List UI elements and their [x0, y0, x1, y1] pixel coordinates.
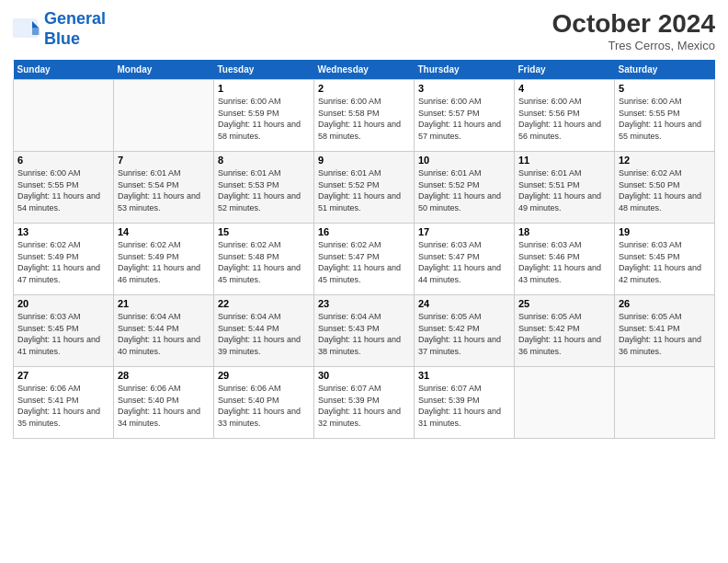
day-number: 21: [118, 298, 210, 309]
day-info: Sunrise: 6:00 AM Sunset: 5:55 PM Dayligh…: [619, 96, 711, 142]
weekday-header: Tuesday: [214, 60, 314, 80]
day-info: Sunrise: 6:01 AM Sunset: 5:52 PM Dayligh…: [318, 167, 410, 213]
day-info: Sunrise: 6:00 AM Sunset: 5:59 PM Dayligh…: [218, 96, 310, 142]
day-number: 4: [518, 83, 610, 94]
day-info: Sunrise: 6:02 AM Sunset: 5:48 PM Dayligh…: [218, 239, 310, 285]
calendar-cell: 18Sunrise: 6:03 AM Sunset: 5:46 PM Dayli…: [515, 224, 615, 295]
location: Tres Cerros, Mexico: [552, 39, 715, 52]
day-number: 19: [619, 226, 711, 237]
day-info: Sunrise: 6:01 AM Sunset: 5:51 PM Dayligh…: [518, 167, 610, 213]
day-number: 24: [418, 298, 510, 309]
calendar-cell: 2Sunrise: 6:00 AM Sunset: 5:58 PM Daylig…: [314, 80, 415, 152]
weekday-header: Saturday: [615, 60, 715, 80]
calendar-cell: 25Sunrise: 6:05 AM Sunset: 5:42 PM Dayli…: [515, 295, 615, 367]
logo-text: General Blue: [44, 9, 106, 49]
calendar-cell: [615, 367, 715, 439]
day-info: Sunrise: 6:05 AM Sunset: 5:42 PM Dayligh…: [418, 311, 510, 357]
day-info: Sunrise: 6:02 AM Sunset: 5:49 PM Dayligh…: [118, 239, 210, 285]
day-number: 12: [619, 155, 711, 166]
month-title: October 2024: [552, 9, 715, 39]
calendar-cell: 16Sunrise: 6:02 AM Sunset: 5:47 PM Dayli…: [314, 224, 415, 295]
calendar-cell: [114, 80, 214, 152]
day-info: Sunrise: 6:00 AM Sunset: 5:55 PM Dayligh…: [17, 167, 109, 213]
page-container: General Blue October 2024 Tres Cerros, M…: [0, 0, 728, 448]
day-number: 20: [17, 298, 109, 309]
day-info: Sunrise: 6:03 AM Sunset: 5:46 PM Dayligh…: [518, 239, 610, 285]
calendar-cell: 23Sunrise: 6:04 AM Sunset: 5:43 PM Dayli…: [314, 295, 415, 367]
day-info: Sunrise: 6:03 AM Sunset: 5:45 PM Dayligh…: [17, 311, 109, 357]
day-number: 23: [318, 298, 410, 309]
day-info: Sunrise: 6:04 AM Sunset: 5:44 PM Dayligh…: [218, 311, 310, 357]
logo: General Blue: [13, 9, 106, 49]
day-number: 11: [518, 155, 610, 166]
calendar-cell: 1Sunrise: 6:00 AM Sunset: 5:59 PM Daylig…: [214, 80, 314, 152]
calendar-cell: 4Sunrise: 6:00 AM Sunset: 5:56 PM Daylig…: [515, 80, 615, 152]
calendar-week-row: 13Sunrise: 6:02 AM Sunset: 5:49 PM Dayli…: [14, 224, 715, 295]
day-info: Sunrise: 6:06 AM Sunset: 5:40 PM Dayligh…: [218, 383, 310, 429]
page-header: General Blue October 2024 Tres Cerros, M…: [13, 9, 715, 52]
day-info: Sunrise: 6:06 AM Sunset: 5:40 PM Dayligh…: [118, 383, 210, 429]
weekday-header: Thursday: [415, 60, 515, 80]
weekday-header-row: SundayMondayTuesdayWednesdayThursdayFrid…: [14, 60, 715, 80]
day-info: Sunrise: 6:05 AM Sunset: 5:42 PM Dayligh…: [518, 311, 610, 357]
calendar-cell: 15Sunrise: 6:02 AM Sunset: 5:48 PM Dayli…: [214, 224, 314, 295]
day-info: Sunrise: 6:05 AM Sunset: 5:41 PM Dayligh…: [619, 311, 711, 357]
day-info: Sunrise: 6:06 AM Sunset: 5:41 PM Dayligh…: [17, 383, 109, 429]
day-number: 9: [318, 155, 410, 166]
day-number: 29: [218, 370, 310, 381]
day-number: 28: [118, 370, 210, 381]
day-info: Sunrise: 6:03 AM Sunset: 5:45 PM Dayligh…: [619, 239, 711, 285]
day-info: Sunrise: 6:04 AM Sunset: 5:43 PM Dayligh…: [318, 311, 410, 357]
calendar-week-row: 6Sunrise: 6:00 AM Sunset: 5:55 PM Daylig…: [14, 152, 715, 224]
day-info: Sunrise: 6:01 AM Sunset: 5:53 PM Dayligh…: [218, 167, 310, 213]
day-number: 18: [518, 226, 610, 237]
day-info: Sunrise: 6:00 AM Sunset: 5:56 PM Dayligh…: [518, 96, 610, 142]
day-number: 13: [17, 226, 109, 237]
day-number: 6: [17, 155, 109, 166]
day-number: 5: [619, 83, 711, 94]
calendar-cell: 29Sunrise: 6:06 AM Sunset: 5:40 PM Dayli…: [214, 367, 314, 439]
day-number: 16: [318, 226, 410, 237]
calendar-cell: 30Sunrise: 6:07 AM Sunset: 5:39 PM Dayli…: [314, 367, 415, 439]
day-info: Sunrise: 6:01 AM Sunset: 5:52 PM Dayligh…: [418, 167, 510, 213]
calendar-cell: 14Sunrise: 6:02 AM Sunset: 5:49 PM Dayli…: [114, 224, 214, 295]
day-info: Sunrise: 6:02 AM Sunset: 5:47 PM Dayligh…: [318, 239, 410, 285]
calendar-week-row: 27Sunrise: 6:06 AM Sunset: 5:41 PM Dayli…: [14, 367, 715, 439]
day-number: 27: [17, 370, 109, 381]
day-number: 15: [218, 226, 310, 237]
weekday-header: Wednesday: [314, 60, 415, 80]
calendar-cell: 22Sunrise: 6:04 AM Sunset: 5:44 PM Dayli…: [214, 295, 314, 367]
calendar-cell: 17Sunrise: 6:03 AM Sunset: 5:47 PM Dayli…: [415, 224, 515, 295]
day-number: 8: [218, 155, 310, 166]
day-info: Sunrise: 6:01 AM Sunset: 5:54 PM Dayligh…: [118, 167, 210, 213]
calendar-cell: 11Sunrise: 6:01 AM Sunset: 5:51 PM Dayli…: [515, 152, 615, 224]
day-info: Sunrise: 6:07 AM Sunset: 5:39 PM Dayligh…: [418, 383, 510, 429]
day-number: 30: [318, 370, 410, 381]
calendar-cell: 8Sunrise: 6:01 AM Sunset: 5:53 PM Daylig…: [214, 152, 314, 224]
day-number: 25: [518, 298, 610, 309]
day-number: 14: [118, 226, 210, 237]
svg-marker-2: [32, 28, 40, 35]
calendar-cell: 19Sunrise: 6:03 AM Sunset: 5:45 PM Dayli…: [615, 224, 715, 295]
weekday-header: Monday: [114, 60, 214, 80]
calendar-cell: 26Sunrise: 6:05 AM Sunset: 5:41 PM Dayli…: [615, 295, 715, 367]
calendar-week-row: 1Sunrise: 6:00 AM Sunset: 5:59 PM Daylig…: [14, 80, 715, 152]
calendar-cell: 24Sunrise: 6:05 AM Sunset: 5:42 PM Dayli…: [415, 295, 515, 367]
day-number: 1: [218, 83, 310, 94]
day-info: Sunrise: 6:04 AM Sunset: 5:44 PM Dayligh…: [118, 311, 210, 357]
calendar-cell: 9Sunrise: 6:01 AM Sunset: 5:52 PM Daylig…: [314, 152, 415, 224]
calendar-cell: 12Sunrise: 6:02 AM Sunset: 5:50 PM Dayli…: [615, 152, 715, 224]
logo-icon: [13, 18, 40, 40]
calendar-cell: 13Sunrise: 6:02 AM Sunset: 5:49 PM Dayli…: [14, 224, 114, 295]
weekday-header: Sunday: [14, 60, 114, 80]
day-info: Sunrise: 6:00 AM Sunset: 5:57 PM Dayligh…: [418, 96, 510, 142]
calendar-cell: [515, 367, 615, 439]
day-info: Sunrise: 6:02 AM Sunset: 5:49 PM Dayligh…: [17, 239, 109, 285]
calendar-cell: 28Sunrise: 6:06 AM Sunset: 5:40 PM Dayli…: [114, 367, 214, 439]
calendar-cell: 21Sunrise: 6:04 AM Sunset: 5:44 PM Dayli…: [114, 295, 214, 367]
day-number: 31: [418, 370, 510, 381]
day-number: 17: [418, 226, 510, 237]
calendar-cell: 31Sunrise: 6:07 AM Sunset: 5:39 PM Dayli…: [415, 367, 515, 439]
weekday-header: Friday: [515, 60, 615, 80]
day-number: 2: [318, 83, 410, 94]
